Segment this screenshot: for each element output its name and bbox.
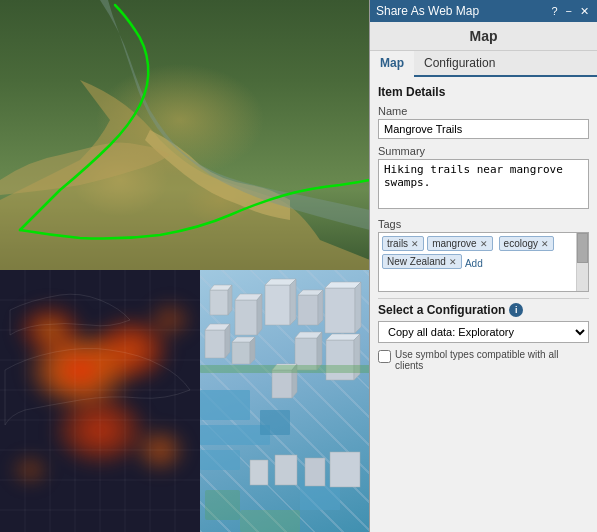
svg-rect-15 [200, 390, 250, 420]
symbol-compat-row: Use symbol types compatible with all cli… [378, 349, 589, 371]
config-dropdown[interactable]: Copy all data: Exploratory Reference reg… [378, 321, 589, 343]
tags-scrollbar-thumb[interactable] [577, 233, 588, 263]
panel-header-text: Map [470, 28, 498, 44]
svg-rect-50 [200, 365, 370, 373]
name-input[interactable] [378, 119, 589, 139]
heatmap[interactable] [0, 270, 200, 532]
aerial-map[interactable] [0, 0, 370, 270]
panel-titlebar: Share As Web Map ? − ✕ [370, 0, 597, 22]
symbol-compat-checkbox[interactable] [378, 350, 391, 363]
svg-marker-22 [228, 285, 232, 315]
svg-rect-52 [275, 455, 297, 485]
tag-new-zealand[interactable]: New Zealand ✕ [382, 254, 462, 269]
close-button[interactable]: ✕ [578, 5, 591, 18]
remove-tag-ecology[interactable]: ✕ [541, 239, 549, 249]
svg-rect-35 [205, 330, 225, 358]
symbol-compat-label: Use symbol types compatible with all cli… [395, 349, 589, 371]
svg-rect-55 [240, 510, 300, 532]
svg-marker-46 [354, 334, 360, 380]
3d-city-map[interactable] [200, 270, 370, 532]
tags-label: Tags [378, 218, 589, 230]
remove-tag-new-zealand[interactable]: ✕ [449, 257, 457, 267]
svg-marker-40 [250, 337, 255, 364]
section-divider [378, 298, 589, 299]
svg-rect-56 [205, 490, 240, 520]
svg-rect-38 [232, 342, 250, 364]
help-button[interactable]: ? [549, 5, 559, 17]
share-web-map-panel: Share As Web Map ? − ✕ Map Map Configura… [369, 0, 597, 532]
pin-button[interactable]: − [564, 5, 574, 17]
svg-marker-31 [318, 290, 323, 325]
svg-rect-23 [235, 300, 257, 335]
svg-rect-16 [200, 425, 270, 445]
panel-header: Map [370, 22, 597, 51]
tag-trails[interactable]: trails ✕ [382, 236, 424, 251]
tag-mangrove[interactable]: mangrove ✕ [427, 236, 492, 251]
svg-marker-28 [290, 279, 296, 325]
item-details-title: Item Details [378, 85, 589, 99]
svg-rect-53 [305, 458, 325, 486]
config-section-title: Select a Configuration i [378, 303, 589, 317]
svg-rect-32 [325, 288, 355, 333]
svg-rect-17 [260, 410, 290, 435]
tab-configuration[interactable]: Configuration [414, 51, 505, 75]
panel-tabs: Map Configuration [370, 51, 597, 77]
name-label: Name [378, 105, 589, 117]
panel-controls: ? − ✕ [549, 5, 591, 18]
svg-rect-51 [250, 460, 268, 485]
tag-ecology[interactable]: ecology ✕ [499, 236, 554, 251]
remove-tag-trails[interactable]: ✕ [411, 239, 419, 249]
svg-rect-20 [210, 290, 228, 315]
remove-tag-mangrove[interactable]: ✕ [480, 239, 488, 249]
summary-label: Summary [378, 145, 589, 157]
info-icon[interactable]: i [509, 303, 523, 317]
tags-container: trails ✕ mangrove ✕ ecology ✕ New Zealan… [378, 232, 589, 292]
svg-rect-29 [298, 295, 318, 325]
svg-rect-54 [330, 452, 360, 487]
summary-textarea[interactable]: Hiking trails near mangrove swamps. [378, 159, 589, 209]
svg-marker-25 [257, 294, 262, 335]
tab-map[interactable]: Map [370, 51, 414, 77]
svg-marker-34 [355, 282, 361, 333]
add-tag-button[interactable]: Add [465, 258, 483, 269]
panel-content: Item Details Name Summary Hiking trails … [370, 77, 597, 532]
svg-rect-26 [265, 285, 290, 325]
svg-rect-44 [326, 340, 354, 380]
svg-rect-47 [272, 370, 292, 398]
svg-marker-43 [317, 332, 322, 370]
tags-scrollbar[interactable] [576, 233, 588, 291]
svg-rect-18 [200, 450, 240, 470]
svg-marker-37 [225, 324, 230, 358]
panel-title: Share As Web Map [376, 4, 479, 18]
